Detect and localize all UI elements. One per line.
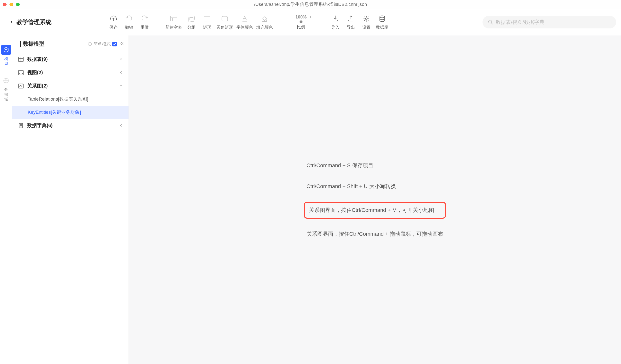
svg-rect-3 [188,16,195,21]
fill-color-button[interactable]: 填充颜色 [256,14,273,30]
svg-point-18 [90,43,90,43]
new-table-button[interactable]: 新建空表 [165,14,182,30]
svg-rect-6 [222,16,228,21]
toolbar-separator [280,16,280,29]
relation-icon [18,83,24,89]
back-button[interactable]: 教学管理系统 [10,18,52,26]
import-icon [331,14,340,23]
traffic-lights [3,3,20,6]
check-icon [113,43,116,46]
double-chevron-left-icon [120,41,124,46]
tree-label: 视图(2) [27,69,43,76]
table-icon [18,56,24,62]
tree-label: 数据表(9) [27,56,48,62]
left-rail: 模 型 数 据 域 [0,35,12,364]
export-icon [346,14,355,23]
book-icon [18,123,24,129]
simple-mode-label: 简单模式 [93,41,111,47]
titlebar: /Users/asher/tmp/学生信息管理系统-增加DB2.chnr.jso… [0,0,621,9]
info-icon [88,42,92,46]
tree-item-tables[interactable]: 数据表(9) [12,52,129,66]
rect-icon [203,14,211,23]
export-button[interactable]: 导出 [345,14,357,30]
database-icon [378,14,387,23]
chevron-left-icon [10,20,14,24]
undo-icon [125,14,133,23]
toolbar-separator [322,16,322,29]
hint-item: Ctrl/Command + S 保存项目 [304,160,446,171]
sidebar: 数据模型 简单模式 数据表(9) [12,35,129,364]
main: 模 型 数 据 域 数据模型 简单模式 [0,35,621,364]
svg-rect-5 [204,16,210,21]
search-box[interactable] [483,16,616,28]
tree-label: 数据字典(6) [27,122,52,129]
rail-label-domain: 数 据 域 [4,87,9,102]
zoom-slider[interactable] [289,22,313,22]
hint-item: Ctrl/Command + Shift + U 大小写转换 [304,181,446,192]
canvas[interactable]: Ctrl/Command + S 保存项目 Ctrl/Command + Shi… [129,35,621,364]
search-icon [488,19,493,25]
hint-item: 关系图界面，按住Ctrl/Command + 拖动鼠标，可拖动画布 [304,228,446,240]
rail-item-model[interactable]: 模 型 [1,45,11,66]
undo-button[interactable]: 撤销 [123,14,135,30]
simple-mode-toggle[interactable]: 简单模式 [88,41,117,47]
database-button[interactable]: 数据库 [376,14,388,30]
rect-button[interactable]: 矩形 [201,14,213,30]
hint-item-highlighted: 关系图界面，按住Ctrl/Command + M，可开关小地图 [304,202,446,219]
svg-rect-26 [21,72,21,74]
tree-item-dicts[interactable]: 数据字典(6) [12,119,129,132]
tree-label: 关系图(2) [27,83,48,89]
tree-item-views[interactable]: 视图(2) [12,66,129,79]
chevron-left-icon [119,70,123,75]
save-button[interactable]: 保存 [107,14,120,30]
sidebar-collapse-button[interactable] [120,41,124,47]
globe-icon [1,76,11,86]
svg-point-10 [380,16,385,18]
svg-rect-4 [190,17,193,20]
sidebar-header: 数据模型 简单模式 [12,35,129,52]
tree-item-relations[interactable]: 关系图(2) [12,79,129,93]
keyboard-hints: Ctrl/Command + S 保存项目 Ctrl/Command + Shi… [304,160,446,240]
simple-mode-checkbox[interactable] [112,42,117,46]
search-input[interactable] [496,19,611,25]
font-color-button[interactable]: 字体颜色 [236,14,253,30]
toolbar-separator [158,16,158,29]
cloud-upload-icon [109,14,118,23]
cube-icon [1,45,11,55]
sidebar-title-bar [20,41,21,47]
tree-child-table-relations[interactable]: TableRelations[数据表关系图] [12,93,129,106]
zoom-value: 100% [295,15,307,20]
group-button[interactable]: 分组 [185,14,198,30]
zoom-value-row: − 100% + [290,15,311,20]
fill-color-icon [260,14,269,23]
svg-rect-0 [171,16,177,21]
tree-child-key-entities[interactable]: KeyEntities[关键业务对象] [12,106,129,119]
svg-point-9 [365,18,367,20]
zoom-in-button[interactable]: + [309,15,312,20]
table-icon [169,14,178,23]
svg-rect-27 [22,73,23,74]
minimize-window-button[interactable] [9,3,13,6]
zoom-out-button[interactable]: − [290,15,293,20]
group-icon [187,14,196,23]
round-rect-icon [220,14,229,23]
sidebar-title: 数据模型 [23,40,88,48]
chevron-left-icon [119,123,123,128]
maximize-window-button[interactable] [16,3,20,6]
chevron-left-icon [119,56,123,62]
rail-label-model: 模 型 [4,56,9,66]
chevron-down-icon [119,83,123,89]
close-window-button[interactable] [3,3,7,6]
rail-item-domain[interactable]: 数 据 域 [1,76,11,102]
round-rect-button[interactable]: 圆角矩形 [216,14,233,30]
zoom-control[interactable]: − 100% + 比例 [288,15,314,30]
import-button[interactable]: 导入 [329,14,341,30]
window-title: /Users/asher/tmp/学生信息管理系统-增加DB2.chnr.jso… [254,1,367,8]
zoom-thumb[interactable] [300,20,302,23]
redo-button[interactable]: 重做 [138,14,151,30]
project-name: 教学管理系统 [17,18,52,26]
tree: 数据表(9) 视图(2) 关系图(2) [12,52,129,364]
toolbar-items: 保存 撤销 重做 新建空表 分组 [107,14,388,30]
settings-button[interactable]: 设置 [360,14,372,30]
chart-icon [18,70,24,76]
